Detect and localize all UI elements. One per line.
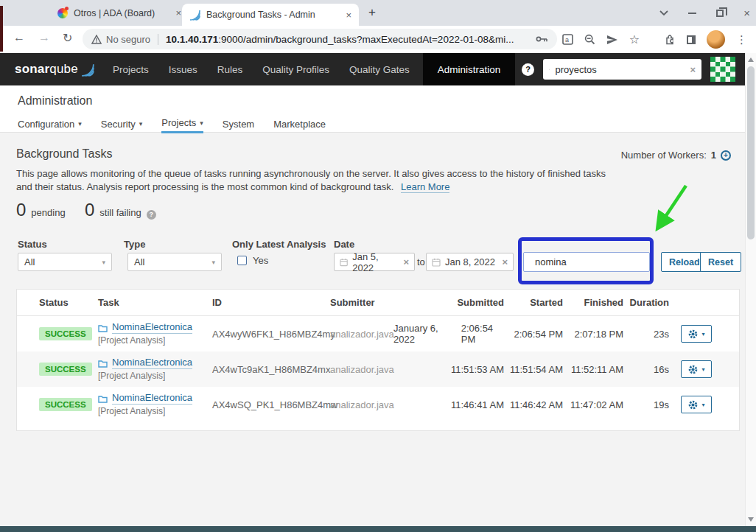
task-finished: 11:47:02 AM [563, 399, 623, 410]
status-filter-select[interactable]: All▾ [18, 253, 112, 271]
scrollbar-thumb[interactable] [747, 66, 755, 239]
task-duration: 16s [623, 364, 669, 375]
help-icon[interactable]: ? [522, 63, 534, 76]
browser-tab-background-tasks[interactable]: Background Tasks - Admin × [182, 4, 359, 26]
task-id: AX4wSQ_PK1_H86MBZ4mw [212, 399, 330, 410]
global-search-input[interactable] [555, 64, 685, 75]
task-duration: 23s [623, 329, 669, 340]
site-security-chip[interactable]: No seguro [91, 34, 150, 45]
window-restore-button[interactable] [716, 10, 724, 17]
side-panel-icon[interactable] [687, 35, 696, 44]
latest-analysis-label: Only Latest Analysis [232, 239, 326, 250]
help-tooltip-icon[interactable]: ? [147, 210, 156, 220]
page-description-line1: This page allows monitoring of the queue… [16, 168, 606, 179]
task-id: AX4wyW6FK1_H86MBZ4my [212, 329, 330, 340]
zoom-out-icon[interactable] [584, 34, 595, 45]
subnav-configuration[interactable]: Configuration▾ [18, 117, 82, 133]
reload-page-button[interactable]: ↻ [63, 31, 72, 45]
workers-count: 1 [711, 150, 716, 161]
browser-tab-ada[interactable]: Otros | ADA (Board) × [57, 3, 181, 23]
chevron-down-icon: ▾ [701, 331, 704, 337]
nav-item-issues[interactable]: Issues [167, 64, 199, 75]
learn-more-link[interactable]: Learn More [401, 181, 449, 193]
nav-item-projects[interactable]: Projects [111, 64, 150, 75]
nav-item-administration[interactable]: Administration [423, 53, 516, 85]
tab-search-chevron-icon[interactable] [659, 10, 668, 15]
task-submitted: 11:51:53 AM [393, 364, 504, 375]
date-from-input[interactable]: Jan 5, 2022 × [334, 253, 415, 271]
task-finished: 11:52:11 AM [563, 364, 623, 375]
chevron-down-icon: ▾ [701, 402, 704, 408]
task-actions-button[interactable]: ▾ [681, 396, 712, 413]
reset-button[interactable]: Reset [700, 252, 741, 272]
clear-date-icon[interactable]: × [403, 257, 409, 267]
ada-favicon [57, 8, 68, 18]
calendar-icon [432, 258, 441, 267]
browser-menu-icon[interactable]: ⋮ [736, 33, 747, 46]
address-bar[interactable]: No seguro 10.1.40.171:9000/admin/backgro… [83, 29, 557, 49]
task-type: [Project Analysis] [98, 335, 212, 346]
task-search-input[interactable] [535, 256, 665, 267]
bookmark-star-icon[interactable]: ☆ [629, 32, 640, 46]
chevron-down-icon: ▾ [200, 119, 203, 127]
task-link[interactable]: NominaElectronica [112, 357, 192, 369]
type-filter-label: Type [124, 239, 145, 250]
chevron-down-icon: ▾ [701, 366, 704, 373]
translate-icon[interactable]: a [562, 34, 573, 45]
password-key-icon[interactable] [536, 35, 548, 43]
extensions-puzzle-icon[interactable] [665, 34, 676, 45]
date-to-input[interactable]: Jan 8, 2022 × [426, 253, 514, 271]
status-filter-label: Status [18, 239, 47, 250]
tab-close-icon[interactable]: × [346, 10, 351, 20]
browser-profile-avatar[interactable] [707, 30, 725, 49]
search-icon [549, 65, 550, 74]
table-row: SUCCESS NominaElectronica [Project Analy… [17, 351, 739, 387]
tasks-table: StatusTask IDSubmitter SubmittedStarted … [16, 289, 740, 431]
divider [158, 34, 158, 45]
new-tab-button[interactable]: + [368, 5, 376, 20]
nav-item-quality-profiles[interactable]: Quality Profiles [261, 64, 331, 75]
subnav-system[interactable]: System [223, 117, 254, 133]
send-share-icon[interactable] [606, 35, 618, 45]
global-search-box[interactable]: × [543, 59, 701, 80]
tab-title: Otros | ADA (Board) [74, 8, 169, 18]
forward-button[interactable]: → [38, 31, 50, 44]
status-badge: SUCCESS [39, 363, 92, 376]
admin-title: Administration [18, 94, 92, 108]
bottom-edge-bar [0, 526, 756, 532]
add-worker-icon[interactable]: + [721, 150, 731, 161]
latest-analysis-checkbox[interactable] [237, 256, 247, 265]
clear-date-icon[interactable]: × [502, 257, 508, 267]
window-minimize-button[interactable] [688, 13, 696, 14]
task-search-box[interactable]: × [523, 252, 650, 272]
gear-icon [687, 329, 699, 340]
window-close-button[interactable]: × [743, 7, 750, 19]
back-button[interactable]: ← [13, 31, 25, 44]
desktop-edge [0, 6, 3, 52]
task-submitted: 11:46:41 AM [393, 399, 504, 410]
task-actions-button[interactable]: ▾ [681, 360, 712, 378]
clear-search-icon[interactable]: × [690, 65, 696, 74]
tab-close-icon[interactable]: × [175, 8, 181, 18]
task-link[interactable]: NominaElectronica [112, 321, 192, 334]
status-badge: SUCCESS [39, 398, 92, 411]
page-scrollbar[interactable] [745, 53, 756, 526]
type-filter-select[interactable]: All▾ [127, 253, 222, 271]
nav-item-rules[interactable]: Rules [216, 64, 245, 75]
scroll-up-arrow[interactable] [748, 57, 754, 62]
tab-title: Background Tasks - Admin [206, 10, 340, 20]
subnav-marketplace[interactable]: Marketplace [273, 117, 326, 133]
sonarqube-logo[interactable]: sonarqube [15, 62, 95, 77]
task-submitted: January 6, 20222:06:54 PM [393, 323, 504, 345]
subnav-projects[interactable]: Projects▾ [161, 117, 203, 133]
nav-item-quality-gates[interactable]: Quality Gates [348, 64, 411, 75]
subnav-security[interactable]: Security▾ [101, 117, 143, 133]
table-row: SUCCESS NominaElectronica [Project Analy… [17, 387, 739, 422]
task-link[interactable]: NominaElectronica [112, 392, 192, 405]
task-actions-button[interactable]: ▾ [681, 325, 712, 343]
user-avatar[interactable] [710, 57, 735, 82]
task-type: [Project Analysis] [98, 371, 212, 382]
url-text: 10.1.40.171:9000/admin/background_tasks?… [166, 34, 514, 45]
gear-icon [687, 364, 699, 375]
scroll-down-arrow[interactable] [748, 517, 754, 522]
